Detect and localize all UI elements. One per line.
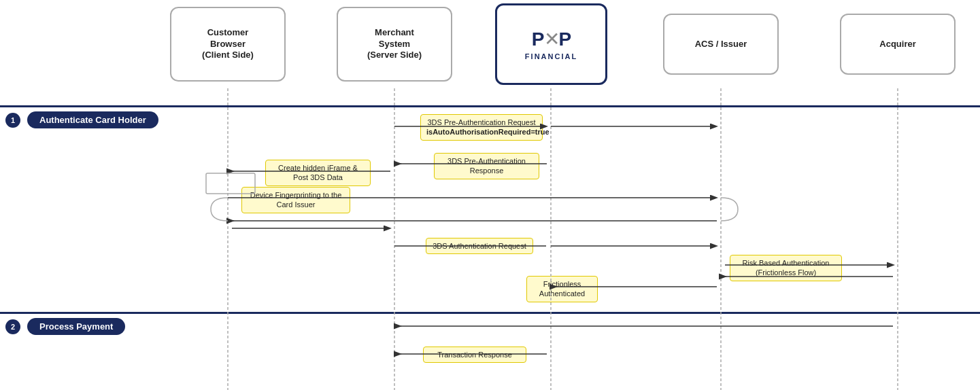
msg-risk-based-auth: Risk Based Authentication(Frictionless F…	[730, 255, 842, 281]
msg-3ds-iso-param: isAutoAuthorisationRequired=true	[426, 128, 550, 136]
actor-acs: ACS / Issuer	[663, 14, 779, 75]
diagram-container: CustomerBrowser(Client Side) MerchantSys…	[0, 0, 980, 390]
pxp-logo-text: P✕P	[532, 27, 571, 52]
actor-customer: CustomerBrowser(Client Side)	[170, 7, 286, 82]
section1-number: 1	[5, 113, 20, 128]
msg-transaction-response: Transaction Response	[423, 347, 526, 363]
actor-pxp: P✕P FINANCIAL	[495, 3, 607, 85]
diagram-svg	[0, 0, 980, 390]
section2-divider	[0, 312, 980, 314]
msg-device-fingerprinting: Device Fingerprinting to theCard Issuer	[241, 187, 350, 213]
section2-title: Process Payment	[27, 318, 125, 335]
section1-title: Authenticate Card Holder	[27, 111, 158, 128]
msg-3ds-pre-auth-request: 3DS Pre-Authentication Request isAutoAut…	[420, 114, 543, 141]
msg-3ds-pre-auth-response: 3DS Pre-AuthenticationResponse	[434, 153, 539, 179]
pxp-financial-label: FINANCIAL	[525, 52, 577, 61]
msg-frictionless-auth: FrictionlessAuthenticated	[526, 276, 598, 302]
section2-label: 2 Process Payment	[5, 318, 125, 335]
actor-merchant: MerchantSystem(Server Side)	[337, 7, 452, 82]
actor-acs-label: ACS / Issuer	[695, 39, 747, 50]
section1-label: 1 Authenticate Card Holder	[5, 111, 158, 128]
section1-divider	[0, 105, 980, 107]
section2-number: 2	[5, 319, 20, 334]
msg-create-iframe: Create hidden iFrame &Post 3DS Data	[265, 160, 371, 186]
actor-acquirer: Acquirer	[840, 14, 956, 75]
msg-3ds-auth-request: 3DS Authentication Request	[426, 238, 533, 254]
pxp-logo: P✕P FINANCIAL	[525, 27, 577, 62]
actor-customer-label: CustomerBrowser(Client Side)	[202, 27, 254, 62]
actor-merchant-label: MerchantSystem(Server Side)	[367, 27, 422, 62]
actor-acquirer-label: Acquirer	[879, 39, 915, 50]
